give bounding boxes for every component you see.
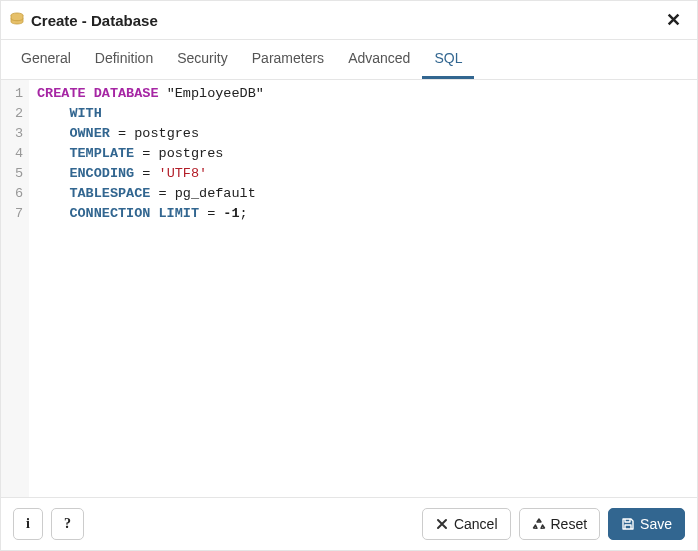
dialog-header: Create - Database ✕	[1, 1, 697, 40]
close-icon	[435, 517, 449, 531]
code-line[interactable]: TABLESPACE = pg_default	[37, 184, 689, 204]
save-button[interactable]: Save	[608, 508, 685, 540]
dialog-title: Create - Database	[31, 12, 662, 29]
tab-definition[interactable]: Definition	[83, 40, 165, 79]
code-line[interactable]: ENCODING = 'UTF8'	[37, 164, 689, 184]
tab-parameters[interactable]: Parameters	[240, 40, 336, 79]
tab-bar: GeneralDefinitionSecurityParametersAdvan…	[1, 40, 697, 80]
save-label: Save	[640, 516, 672, 532]
code-line[interactable]: CREATE DATABASE "EmployeeDB"	[37, 84, 689, 104]
line-gutter: 1234567	[1, 80, 29, 497]
cancel-label: Cancel	[454, 516, 498, 532]
code-line[interactable]: TEMPLATE = postgres	[37, 144, 689, 164]
save-icon	[621, 517, 635, 531]
reset-label: Reset	[551, 516, 588, 532]
cancel-button[interactable]: Cancel	[422, 508, 511, 540]
code-area[interactable]: CREATE DATABASE "EmployeeDB" WITH OWNER …	[29, 80, 697, 497]
tab-sql[interactable]: SQL	[422, 40, 474, 79]
line-number: 6	[11, 184, 23, 204]
dialog-footer: i ? Cancel Reset Save	[1, 497, 697, 550]
tab-advanced[interactable]: Advanced	[336, 40, 422, 79]
tab-security[interactable]: Security	[165, 40, 240, 79]
reset-button[interactable]: Reset	[519, 508, 601, 540]
sql-editor[interactable]: 1234567 CREATE DATABASE "EmployeeDB" WIT…	[1, 80, 697, 497]
database-icon	[9, 12, 25, 28]
tab-general[interactable]: General	[9, 40, 83, 79]
code-line[interactable]: CONNECTION LIMIT = -1;	[37, 204, 689, 224]
info-button[interactable]: i	[13, 508, 43, 540]
line-number: 7	[11, 204, 23, 224]
close-button[interactable]: ✕	[662, 9, 685, 31]
help-button[interactable]: ?	[51, 508, 84, 540]
line-number: 1	[11, 84, 23, 104]
code-line[interactable]: WITH	[37, 104, 689, 124]
recycle-icon	[532, 517, 546, 531]
line-number: 3	[11, 124, 23, 144]
line-number: 2	[11, 104, 23, 124]
line-number: 5	[11, 164, 23, 184]
code-line[interactable]: OWNER = postgres	[37, 124, 689, 144]
line-number: 4	[11, 144, 23, 164]
